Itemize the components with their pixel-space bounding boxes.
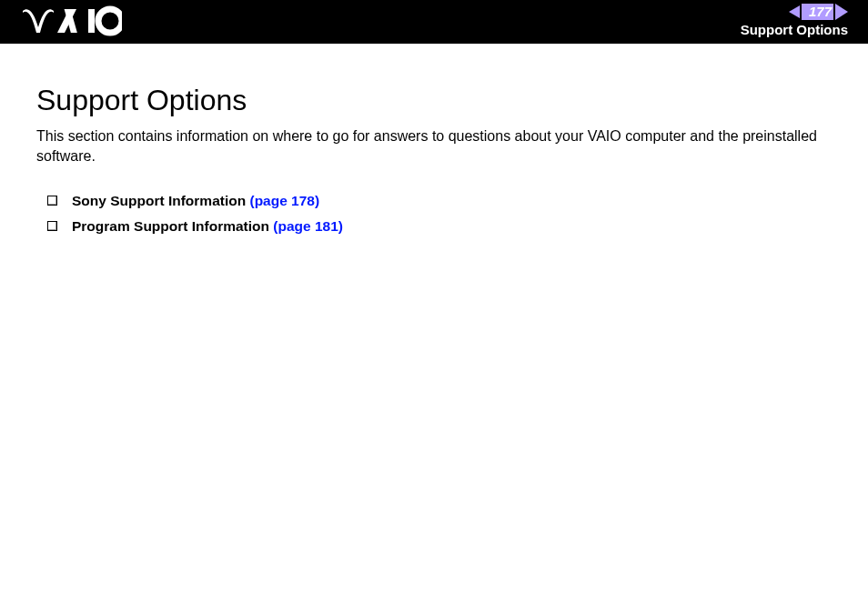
- header-section-title: Support Options: [741, 22, 848, 37]
- list-item-label: Sony Support Information: [72, 193, 249, 208]
- toc-list: Sony Support Information (page 178) Prog…: [36, 193, 832, 235]
- list-item-label: Program Support Information: [72, 218, 273, 234]
- intro-text: This section contains information on whe…: [36, 126, 832, 166]
- list-item-link[interactable]: (page 181): [273, 218, 343, 234]
- svg-rect-0: [88, 9, 95, 33]
- svg-point-1: [98, 9, 122, 33]
- page-content: Support Options This section contains in…: [0, 44, 868, 235]
- next-page-icon[interactable]: [835, 4, 848, 20]
- bullet-icon: [47, 196, 57, 206]
- bullet-icon: [47, 221, 57, 231]
- header-right: 177 Support Options: [741, 4, 848, 37]
- page-header: 177 Support Options: [0, 0, 868, 44]
- list-item: Program Support Information (page 181): [47, 218, 832, 235]
- page-title: Support Options: [36, 84, 832, 117]
- page-nav: 177: [741, 4, 848, 20]
- page-number: 177: [809, 4, 832, 20]
- vaio-logo: [22, 5, 122, 42]
- list-item-link[interactable]: (page 178): [249, 193, 319, 208]
- prev-page-icon[interactable]: [789, 5, 800, 18]
- page-number-badge: 177: [802, 4, 833, 20]
- list-item: Sony Support Information (page 178): [47, 193, 832, 209]
- document-page: 177 Support Options Support Options This…: [0, 0, 868, 613]
